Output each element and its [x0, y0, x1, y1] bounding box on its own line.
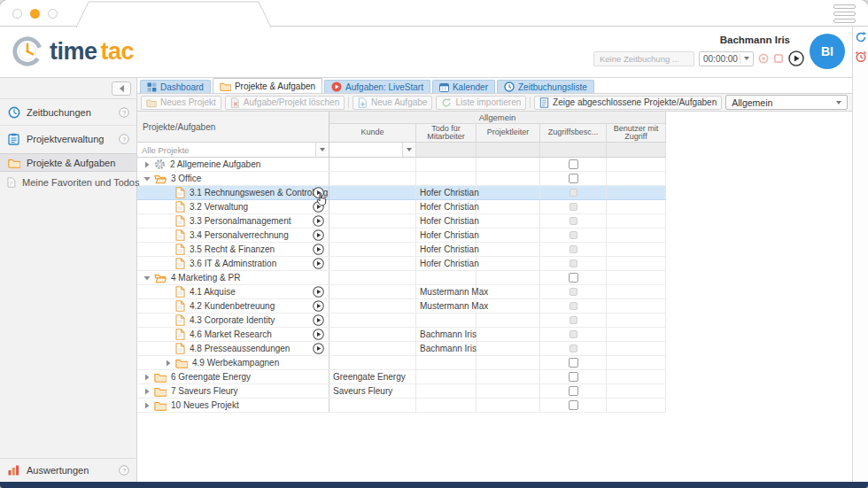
- table-row[interactable]: 4.9 Werbekampagnen: [137, 356, 666, 370]
- access-checkbox[interactable]: [569, 358, 578, 368]
- sidebar-item-projekte-aufgaben[interactable]: Projekte & Aufgaben: [0, 153, 136, 172]
- start-task-button[interactable]: [313, 329, 324, 340]
- sidebar-item-favoriten[interactable]: Meine Favoriten und Todos: [0, 174, 136, 191]
- expand-caret-icon[interactable]: [143, 275, 151, 282]
- access-checkbox[interactable]: [569, 159, 578, 169]
- tab-dashboard[interactable]: Dashboard: [140, 80, 211, 93]
- sidebar-collapse-button[interactable]: [112, 81, 131, 96]
- tab-kalender[interactable]: Kalender: [432, 80, 495, 93]
- expand-caret-icon[interactable]: [143, 374, 151, 381]
- start-task-button[interactable]: [313, 258, 324, 269]
- expand-caret-icon[interactable]: [164, 360, 173, 367]
- column-header-kunde[interactable]: Kunde: [329, 124, 416, 143]
- benutzer-cell: [607, 200, 666, 213]
- projektleiter-cell: [477, 314, 540, 327]
- table-row[interactable]: 4.3 Corporate Identity: [137, 314, 666, 328]
- table-row[interactable]: 6 Greengate EnergyGreengate Energy: [137, 370, 666, 384]
- start-task-button[interactable]: [313, 343, 324, 354]
- start-task-button[interactable]: [313, 314, 324, 326]
- chevron-down-icon[interactable]: [744, 57, 749, 60]
- table-row[interactable]: 3.5 Recht & FinanzenHofer Christian: [137, 243, 666, 257]
- help-icon[interactable]: ?: [119, 107, 129, 118]
- access-checkbox[interactable]: [569, 372, 578, 382]
- table-header: Projekte/Aufgaben Allgemein Kunde Todo f…: [137, 112, 666, 143]
- access-checkbox[interactable]: [569, 386, 578, 396]
- table-row[interactable]: 4.6 Market ResearchBachmann Iris: [137, 328, 666, 342]
- show-completed-button[interactable]: Zeige abgeschlossene Projekte/Aufgaben: [534, 96, 722, 110]
- tab-projekte-aufgaben[interactable]: Projekte & Aufgaben: [213, 78, 322, 93]
- task-icon: [175, 187, 185, 198]
- table-row[interactable]: 4 Marketing & PR: [137, 271, 666, 285]
- column-header-todo[interactable]: Todo für Mitarbeiter: [416, 124, 477, 143]
- table-row[interactable]: 3.4 PersonalverrechnungHofer Christian: [137, 229, 666, 243]
- table-row[interactable]: 4.2 KundenbetreuungMustermann Max: [137, 299, 666, 314]
- tab-aufgaben-livestart[interactable]: Aufgaben: LiveStart: [324, 80, 430, 93]
- access-checkbox: [570, 259, 577, 267]
- access-cell: [540, 328, 607, 341]
- new-project-button[interactable]: Neues Projekt: [141, 96, 221, 110]
- table-row[interactable]: 3.1 Rechnungswesen & ControllingHofer Ch…: [137, 186, 666, 200]
- table-row[interactable]: 2 Allgemeine Aufgaben: [137, 158, 666, 172]
- sidebar-item-zeitbuchungen[interactable]: Zeitbuchungen ?: [0, 104, 136, 121]
- filter-dropdown-button[interactable]: [315, 143, 329, 157]
- tree-cell: 4.8 Presseaussendungen: [137, 342, 329, 355]
- table-row[interactable]: 4.8 PresseaussendungenBachmann Iris: [137, 342, 666, 356]
- access-checkbox[interactable]: [569, 174, 578, 183]
- table-row[interactable]: 3.3 PersonalmanagementHofer Christian: [137, 214, 666, 229]
- access-checkbox[interactable]: [569, 400, 578, 410]
- avatar[interactable]: BI: [810, 34, 845, 69]
- expand-caret-icon[interactable]: [143, 388, 151, 395]
- filter-dropdown-button[interactable]: [402, 143, 415, 157]
- projektleiter-cell: [477, 271, 540, 284]
- table-row[interactable]: 3.6 IT & AdminstrationHofer Christian: [137, 257, 666, 271]
- todo-cell: Bachmann Iris: [416, 342, 477, 355]
- column-header-zugriff[interactable]: Zugriffsbesc...: [540, 124, 607, 143]
- start-tracking-button[interactable]: [788, 50, 804, 66]
- alarm-clock-icon[interactable]: [855, 50, 867, 63]
- tab-zeitbuchungsliste[interactable]: Zeitbuchungsliste: [497, 80, 594, 93]
- refresh-icon[interactable]: [855, 31, 867, 43]
- clipboard-icon: [7, 133, 20, 145]
- access-checkbox[interactable]: [569, 273, 578, 283]
- benutzer-cell: [607, 356, 666, 369]
- help-icon[interactable]: ?: [119, 465, 129, 476]
- expand-caret-icon[interactable]: [143, 161, 151, 168]
- column-header-projektleiter[interactable]: Projektleiter: [477, 124, 540, 143]
- table-row[interactable]: 10 Neues Projekt: [137, 399, 666, 413]
- browser-menu-icon[interactable]: [833, 4, 856, 23]
- start-task-button[interactable]: [313, 300, 324, 312]
- column-header-benutzer[interactable]: Benutzer mit Zugriff: [607, 124, 666, 143]
- view-select[interactable]: Allgemein: [725, 95, 848, 110]
- new-task-button[interactable]: Neue Aufgabe: [353, 96, 432, 110]
- delete-project-button[interactable]: Aufgabe/Projekt löschen: [225, 96, 345, 110]
- start-task-button[interactable]: [313, 229, 324, 241]
- stop-icon[interactable]: [773, 53, 784, 64]
- import-list-button[interactable]: Liste importieren: [436, 96, 526, 110]
- sidebar-item-auswertungen[interactable]: Auswertungen ?: [0, 461, 136, 479]
- start-task-button[interactable]: [313, 187, 324, 198]
- benutzer-cell: [607, 214, 666, 228]
- window-zoom-button[interactable]: [48, 9, 58, 19]
- expand-caret-icon[interactable]: [143, 175, 151, 182]
- tree-column-header[interactable]: Projekte/Aufgaben: [137, 112, 329, 143]
- table-row[interactable]: 3 Office: [137, 172, 666, 186]
- table-row[interactable]: 3.2 VerwaltungHofer Christian: [137, 200, 666, 214]
- start-task-button[interactable]: [313, 215, 324, 227]
- table-row[interactable]: 7 Saveurs FleurySaveurs Fleury: [137, 384, 666, 399]
- kunde-filter[interactable]: [329, 143, 416, 157]
- start-task-button[interactable]: [313, 201, 324, 213]
- sidebar-item-projektverwaltung[interactable]: Projektverwaltung ?: [0, 130, 136, 148]
- sidebar-item-label: Auswertungen: [27, 465, 89, 476]
- current-booking-field[interactable]: Keine Zeitbuchung ...: [593, 51, 694, 66]
- record-icon[interactable]: [758, 53, 769, 64]
- help-icon[interactable]: ?: [119, 134, 129, 144]
- tree-filter[interactable]: Alle Projekte: [137, 143, 329, 157]
- timer-display[interactable]: 00:00:00: [699, 51, 754, 66]
- row-label: 3.2 Verwaltung: [190, 202, 248, 212]
- table-row[interactable]: 4.1 AkquiseMustermann Max: [137, 285, 666, 299]
- window-minimize-button[interactable]: [30, 9, 40, 19]
- window-close-button[interactable]: [12, 9, 22, 19]
- start-task-button[interactable]: [313, 244, 324, 255]
- start-task-button[interactable]: [313, 286, 324, 298]
- expand-caret-icon[interactable]: [143, 402, 151, 409]
